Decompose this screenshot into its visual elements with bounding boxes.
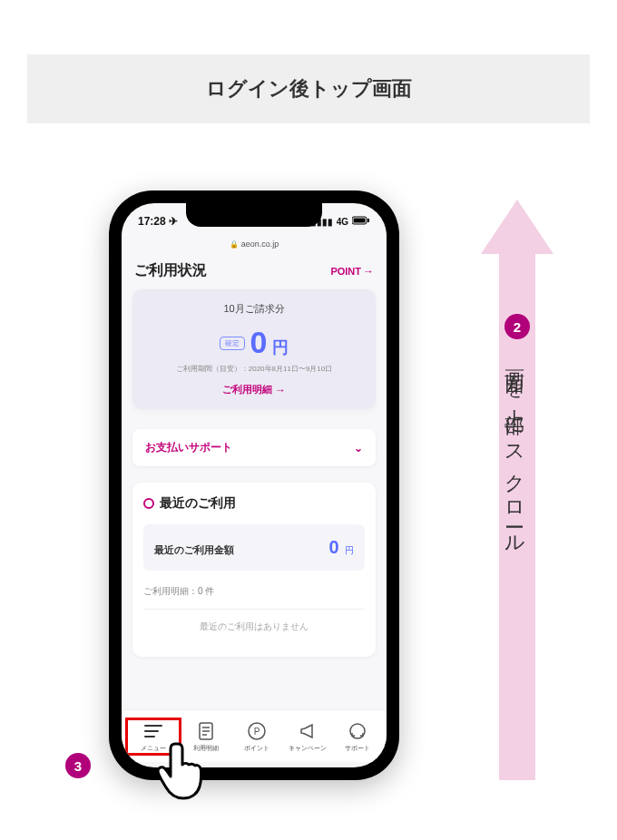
page-title: ログイン後トップ画面: [206, 75, 412, 103]
network-label: 4G: [337, 217, 348, 227]
arrow-right-icon: →: [275, 384, 286, 396]
recent-amount-row: 最近のご利用金額 0 円: [143, 524, 365, 571]
recent-usage-title-text: 最近のご利用: [160, 495, 236, 512]
nav-campaign-label: キャンペーン: [289, 744, 327, 753]
recent-amount-yen: 円: [345, 545, 354, 555]
point-link[interactable]: POINT →: [330, 265, 374, 278]
billing-amount: 0: [250, 325, 268, 360]
url-domain: aeon.co.jp: [241, 239, 279, 249]
nav-point-label: ポイント: [244, 744, 269, 753]
point-icon: P: [246, 720, 268, 742]
lock-icon: 🔒: [230, 240, 239, 249]
step-2-number: 2: [514, 319, 521, 335]
recent-amount-label: 最近のご利用金額: [154, 543, 234, 557]
scroll-arrow-annotation: 画面を上部にスクロール: [445, 200, 590, 780]
recent-empty: 最近のご利用はありません: [143, 609, 365, 644]
chevron-down-icon: ⌄: [354, 442, 363, 454]
step-badge-2: 2: [504, 314, 530, 339]
svg-rect-1: [354, 219, 366, 223]
page-title-banner: ログイン後トップ画面: [27, 54, 590, 123]
payment-support-row[interactable]: お支払いサポート ⌄: [132, 429, 376, 466]
billing-detail-link[interactable]: ご利用明細 →: [142, 383, 367, 396]
nav-campaign[interactable]: キャンペーン: [282, 720, 333, 753]
recent-usage-section: 最近のご利用 最近のご利用金額 0 円 ご利用明細：0 件 最近のご利用はありま…: [132, 483, 376, 657]
billing-card: 10月ご請求分 確定 0 円 ご利用期間（目安）：2020年8月11日〜9月10…: [132, 289, 376, 409]
scroll-instruction: 画面を上部にスクロール: [501, 354, 528, 550]
billing-amount-row: 確定 0 円: [142, 325, 367, 360]
megaphone-icon: [297, 720, 318, 742]
billing-period: ご利用期間（目安）：2020年8月11日〜9月10日: [142, 364, 367, 374]
screen-content[interactable]: ご利用状況 POINT → 10月ご請求分 確定 0 円 ご利用期間（目安）：2…: [122, 252, 387, 718]
svg-rect-2: [367, 219, 369, 222]
phone-notch: [186, 203, 322, 227]
recent-amount-value: 0: [328, 537, 338, 557]
usage-title: ご利用状況: [134, 261, 207, 280]
nav-support-label: サポート: [345, 744, 370, 753]
arrow-right-icon: →: [363, 265, 374, 278]
status-time: 17:28 ✈: [138, 215, 178, 228]
billing-yen: 円: [272, 337, 289, 358]
phone-screen: 17:28 ✈ ▮▮▮▮ 4G 🔒 aeon.co.jp ご利用状況 POINT…: [122, 203, 387, 767]
browser-url-bar[interactable]: 🔒 aeon.co.jp: [122, 239, 387, 252]
pointer-hand-icon: [152, 735, 216, 811]
phone-mockup: 17:28 ✈ ▮▮▮▮ 4G 🔒 aeon.co.jp ご利用状況 POINT…: [109, 190, 399, 780]
step-badge-3: 3: [65, 753, 91, 778]
point-link-label: POINT: [330, 266, 361, 277]
step-3-number: 3: [74, 758, 82, 774]
payment-support-label: お支払いサポート: [145, 440, 232, 455]
billing-detail-label: ご利用明細: [222, 383, 272, 396]
billing-month: 10月ご請求分: [142, 302, 367, 316]
nav-support[interactable]: サポート: [332, 720, 383, 753]
usage-header: ご利用状況 POINT →: [132, 258, 376, 289]
battery-icon: [352, 216, 370, 227]
recent-amount-value-wrap: 0 円: [328, 537, 354, 558]
headset-icon: [347, 720, 368, 742]
svg-text:P: P: [254, 727, 260, 737]
confirmed-badge: 確定: [220, 337, 245, 350]
recent-count: ご利用明細：0 件: [143, 585, 365, 598]
nav-point[interactable]: P ポイント: [231, 720, 282, 753]
recent-usage-title: 最近のご利用: [143, 495, 365, 512]
